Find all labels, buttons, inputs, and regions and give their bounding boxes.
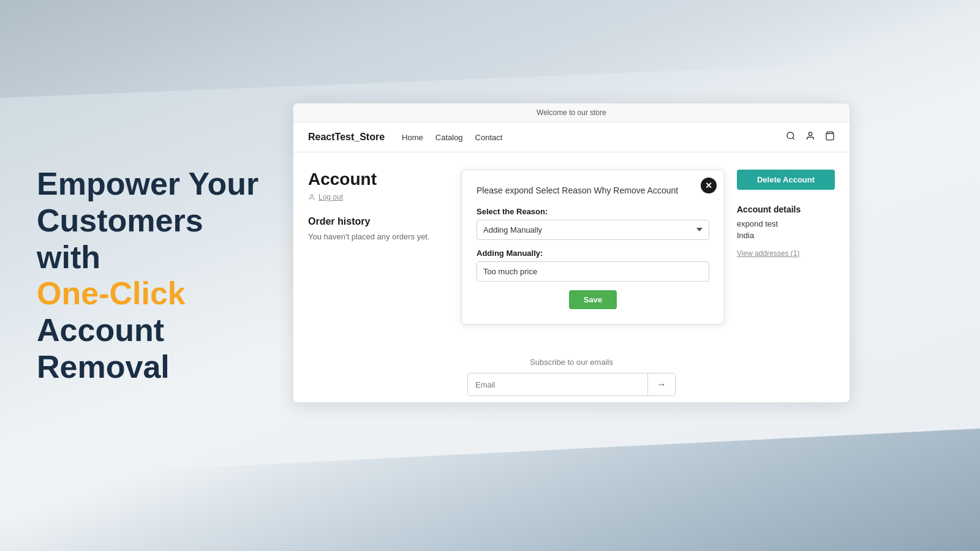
hero-highlight: One-Click [37,276,186,311]
modal-area: ✕ Please expond Select Reason Why Remove… [461,170,725,381]
banner-text: Welcome to our store [537,108,606,117]
store-logo: ReactTest_Store [308,132,385,143]
nav-catalog[interactable]: Catalog [435,133,463,142]
email-row: → [467,373,676,396]
account-detail-country: India [737,231,835,240]
save-button[interactable]: Save [569,290,617,309]
account-details-title: Account details [737,204,835,214]
nav-icons [786,131,835,143]
logout-link[interactable]: Log out [308,193,449,201]
hero-line1: Empower Your [37,166,258,201]
svg-line-1 [793,138,794,140]
select-reason-label: Select the Reason: [477,207,709,216]
search-icon[interactable] [786,131,796,143]
email-submit-button[interactable]: → [647,373,675,395]
order-history-title: Order history [308,216,449,227]
reason-select[interactable]: Adding Manually Too expensive Poor servi… [477,220,709,240]
svg-point-4 [311,195,313,197]
account-title: Account [308,170,449,189]
cart-icon[interactable] [825,131,835,143]
view-addresses-link[interactable]: View addresses (1) [737,249,800,258]
subscribe-section: Subscribe to our emails → [308,358,835,396]
hero-line3: Account [37,312,164,348]
email-input[interactable] [468,373,647,395]
hero-heading: Empower Your Customers with One-Click Ac… [37,166,270,386]
reason-text-input[interactable] [477,261,709,282]
store-nav: ReactTest_Store Home Catalog Contact [293,122,850,152]
modal-close-button[interactable]: ✕ [701,178,717,193]
bg-stripe-top [0,0,980,98]
nav-home[interactable]: Home [402,133,423,142]
hero-line4: Removal [37,349,170,384]
bg-stripe-bottom [0,429,980,551]
account-details-panel: Delete Account Account details expond te… [737,170,835,381]
nav-contact[interactable]: Contact [475,133,503,142]
svg-point-0 [787,132,794,139]
account-section: Account Log out Order history You haven'… [308,170,449,381]
account-icon[interactable] [805,131,815,143]
nav-links: Home Catalog Contact [402,133,502,142]
reason-modal: ✕ Please expond Select Reason Why Remove… [461,170,725,324]
subscribe-title: Subscribe to our emails [308,358,835,367]
text-label: Adding Manually: [477,249,709,258]
delete-account-button[interactable]: Delete Account [737,170,835,190]
logout-text: Log out [318,193,343,201]
store-banner: Welcome to our store [293,103,850,122]
account-detail-name: expond test [737,219,835,228]
hero-line2: Customers with [37,202,203,274]
store-panel: Welcome to our store ReactTest_Store Hom… [293,103,850,403]
modal-title: Please expond Select Reason Why Remove A… [477,185,709,197]
left-panel: Empower Your Customers with One-Click Ac… [37,166,270,386]
order-history-empty: You haven't placed any orders yet. [308,232,449,241]
svg-point-2 [809,132,812,135]
